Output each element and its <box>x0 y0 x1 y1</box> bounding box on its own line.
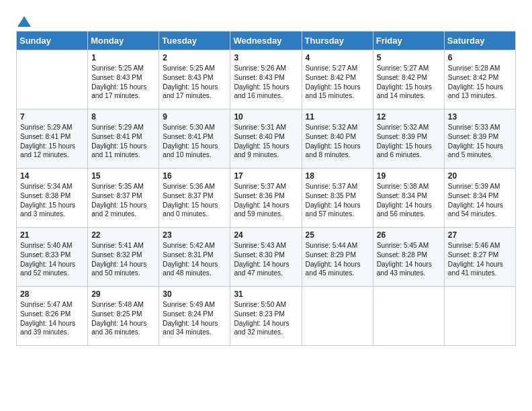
day-number: 22 <box>91 230 155 240</box>
day-number: 18 <box>306 171 369 181</box>
day-number: 29 <box>91 289 155 299</box>
day-number: 24 <box>234 230 298 240</box>
day-number: 17 <box>234 171 298 181</box>
calendar-cell: 6Sunrise: 5:28 AMSunset: 8:42 PMDaylight… <box>444 50 515 109</box>
weekday-header: Wednesday <box>230 32 302 50</box>
weekday-header: Thursday <box>302 32 373 50</box>
calendar-cell: 8Sunrise: 5:29 AMSunset: 8:41 PMDaylight… <box>88 109 159 169</box>
calendar-cell <box>373 287 444 346</box>
day-number: 14 <box>20 171 84 181</box>
calendar-cell: 5Sunrise: 5:27 AMSunset: 8:42 PMDaylight… <box>373 50 444 109</box>
calendar-cell: 24Sunrise: 5:43 AMSunset: 8:30 PMDayligh… <box>230 228 302 287</box>
day-number: 21 <box>20 230 84 240</box>
day-number: 6 <box>448 53 512 62</box>
calendar-cell: 14Sunrise: 5:34 AMSunset: 8:38 PMDayligh… <box>17 169 88 228</box>
cell-info: Sunrise: 5:37 AMSunset: 8:35 PMDaylight:… <box>306 183 361 218</box>
day-number: 13 <box>448 112 512 122</box>
calendar-cell <box>302 287 373 346</box>
calendar-cell: 7Sunrise: 5:29 AMSunset: 8:41 PMDaylight… <box>17 109 88 169</box>
day-number: 26 <box>377 230 441 240</box>
calendar-cell: 3Sunrise: 5:26 AMSunset: 8:43 PMDaylight… <box>230 50 302 109</box>
day-number: 5 <box>377 53 441 62</box>
calendar-cell: 4Sunrise: 5:27 AMSunset: 8:42 PMDaylight… <box>302 50 373 109</box>
cell-info: Sunrise: 5:39 AMSunset: 8:34 PMDaylight:… <box>448 183 503 218</box>
cell-info: Sunrise: 5:32 AMSunset: 8:39 PMDaylight:… <box>377 124 432 158</box>
cell-info: Sunrise: 5:33 AMSunset: 8:39 PMDaylight:… <box>448 124 503 158</box>
calendar-cell: 25Sunrise: 5:44 AMSunset: 8:29 PMDayligh… <box>302 228 373 287</box>
cell-info: Sunrise: 5:35 AMSunset: 8:37 PMDaylight:… <box>91 183 146 218</box>
weekday-header: Tuesday <box>159 32 230 50</box>
day-number: 10 <box>234 112 298 122</box>
weekday-header-row: SundayMondayTuesdayWednesdayThursdayFrid… <box>17 32 516 50</box>
calendar-table: SundayMondayTuesdayWednesdayThursdayFrid… <box>16 31 516 346</box>
cell-info: Sunrise: 5:49 AMSunset: 8:24 PMDaylight:… <box>163 301 218 336</box>
cell-info: Sunrise: 5:46 AMSunset: 8:27 PMDaylight:… <box>448 242 503 277</box>
day-number: 27 <box>448 230 512 240</box>
cell-info: Sunrise: 5:25 AMSunset: 8:43 PMDaylight:… <box>163 64 218 99</box>
cell-info: Sunrise: 5:28 AMSunset: 8:42 PMDaylight:… <box>448 64 503 99</box>
calendar-cell: 2Sunrise: 5:25 AMSunset: 8:43 PMDaylight… <box>159 50 230 109</box>
calendar-week-row: 1Sunrise: 5:25 AMSunset: 8:43 PMDaylight… <box>17 50 516 109</box>
day-number: 9 <box>163 112 226 122</box>
day-number: 3 <box>234 53 298 62</box>
cell-info: Sunrise: 5:27 AMSunset: 8:42 PMDaylight:… <box>306 64 361 99</box>
calendar-cell: 1Sunrise: 5:25 AMSunset: 8:43 PMDaylight… <box>88 50 159 109</box>
calendar-cell: 31Sunrise: 5:50 AMSunset: 8:23 PMDayligh… <box>230 287 302 346</box>
weekday-header: Sunday <box>17 32 88 50</box>
day-number: 23 <box>163 230 226 240</box>
day-number: 1 <box>91 53 155 62</box>
calendar-week-row: 14Sunrise: 5:34 AMSunset: 8:38 PMDayligh… <box>17 169 516 228</box>
calendar-cell: 10Sunrise: 5:31 AMSunset: 8:40 PMDayligh… <box>230 109 302 169</box>
logo-icon <box>17 16 31 27</box>
day-number: 15 <box>91 171 155 181</box>
day-number: 4 <box>306 53 369 62</box>
weekday-header: Monday <box>88 32 159 50</box>
calendar-cell: 12Sunrise: 5:32 AMSunset: 8:39 PMDayligh… <box>373 109 444 169</box>
calendar-cell: 18Sunrise: 5:37 AMSunset: 8:35 PMDayligh… <box>302 169 373 228</box>
day-number: 12 <box>377 112 441 122</box>
day-number: 16 <box>163 171 226 181</box>
day-number: 25 <box>306 230 369 240</box>
day-number: 19 <box>377 171 441 181</box>
day-number: 31 <box>234 289 298 299</box>
cell-info: Sunrise: 5:38 AMSunset: 8:34 PMDaylight:… <box>377 183 432 218</box>
cell-info: Sunrise: 5:40 AMSunset: 8:33 PMDaylight:… <box>20 242 75 277</box>
cell-info: Sunrise: 5:43 AMSunset: 8:30 PMDaylight:… <box>234 242 289 277</box>
cell-info: Sunrise: 5:42 AMSunset: 8:31 PMDaylight:… <box>163 242 218 277</box>
weekday-header: Saturday <box>444 32 515 50</box>
cell-info: Sunrise: 5:41 AMSunset: 8:32 PMDaylight:… <box>91 242 146 277</box>
calendar-cell: 22Sunrise: 5:41 AMSunset: 8:32 PMDayligh… <box>88 228 159 287</box>
logo <box>16 13 31 26</box>
calendar-cell: 11Sunrise: 5:32 AMSunset: 8:40 PMDayligh… <box>302 109 373 169</box>
calendar-cell: 16Sunrise: 5:36 AMSunset: 8:37 PMDayligh… <box>159 169 230 228</box>
cell-info: Sunrise: 5:30 AMSunset: 8:41 PMDaylight:… <box>163 124 218 158</box>
day-number: 2 <box>163 53 226 62</box>
calendar-week-row: 28Sunrise: 5:47 AMSunset: 8:26 PMDayligh… <box>17 287 516 346</box>
day-number: 30 <box>163 289 226 299</box>
calendar-cell: 13Sunrise: 5:33 AMSunset: 8:39 PMDayligh… <box>444 109 515 169</box>
calendar-cell: 27Sunrise: 5:46 AMSunset: 8:27 PMDayligh… <box>444 228 515 287</box>
calendar-cell: 29Sunrise: 5:48 AMSunset: 8:25 PMDayligh… <box>88 287 159 346</box>
cell-info: Sunrise: 5:47 AMSunset: 8:26 PMDaylight:… <box>20 301 75 336</box>
svg-marker-0 <box>17 16 31 27</box>
cell-info: Sunrise: 5:29 AMSunset: 8:41 PMDaylight:… <box>20 124 75 158</box>
cell-info: Sunrise: 5:36 AMSunset: 8:37 PMDaylight:… <box>163 183 218 218</box>
weekday-header: Friday <box>373 32 444 50</box>
calendar-cell <box>17 50 88 109</box>
calendar-cell: 17Sunrise: 5:37 AMSunset: 8:36 PMDayligh… <box>230 169 302 228</box>
calendar-cell: 15Sunrise: 5:35 AMSunset: 8:37 PMDayligh… <box>88 169 159 228</box>
cell-info: Sunrise: 5:27 AMSunset: 8:42 PMDaylight:… <box>377 64 432 99</box>
cell-info: Sunrise: 5:31 AMSunset: 8:40 PMDaylight:… <box>234 124 289 158</box>
cell-info: Sunrise: 5:48 AMSunset: 8:25 PMDaylight:… <box>91 301 146 336</box>
calendar-week-row: 7Sunrise: 5:29 AMSunset: 8:41 PMDaylight… <box>17 109 516 169</box>
day-number: 20 <box>448 171 512 181</box>
cell-info: Sunrise: 5:45 AMSunset: 8:28 PMDaylight:… <box>377 242 432 277</box>
cell-info: Sunrise: 5:26 AMSunset: 8:43 PMDaylight:… <box>234 64 289 99</box>
cell-info: Sunrise: 5:37 AMSunset: 8:36 PMDaylight:… <box>234 183 289 218</box>
calendar-cell <box>444 287 515 346</box>
calendar-cell: 23Sunrise: 5:42 AMSunset: 8:31 PMDayligh… <box>159 228 230 287</box>
cell-info: Sunrise: 5:25 AMSunset: 8:43 PMDaylight:… <box>91 64 146 99</box>
calendar-cell: 21Sunrise: 5:40 AMSunset: 8:33 PMDayligh… <box>17 228 88 287</box>
day-number: 11 <box>306 112 369 122</box>
cell-info: Sunrise: 5:34 AMSunset: 8:38 PMDaylight:… <box>20 183 75 218</box>
